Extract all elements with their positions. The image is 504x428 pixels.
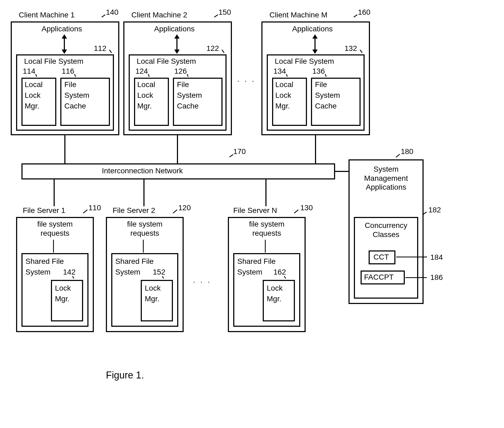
clientm-fsc-ref: 136 (312, 67, 325, 76)
leader-line (214, 14, 218, 18)
clientm-fsc-l1: File (315, 80, 327, 89)
network-ref: 170 (233, 147, 246, 156)
sysmgmt-title-l3: Applications (366, 183, 406, 191)
client2-fsc-l2: System (177, 91, 202, 100)
client2-fsc-l1: File (177, 80, 189, 89)
leader-line (354, 14, 358, 18)
client1-fsc-l2: System (64, 91, 89, 100)
client1-fsc-l1: File (64, 80, 76, 89)
servern-sfs-l2: System (237, 268, 262, 276)
server2-lock-ref: 152 (153, 268, 165, 276)
connector (53, 240, 54, 253)
client2-lfs-ref: 122 (206, 44, 219, 53)
client1-llm-ref: 114 (23, 67, 35, 76)
ellipsis-servers: . . . (193, 276, 212, 284)
sysmgmt-faccpt-label: FACCPT (364, 273, 394, 281)
server1-lock-l1: Lock (55, 284, 71, 292)
servern-fsr-l1: file system (249, 220, 284, 228)
server2-fsr-l2: requests (130, 229, 159, 237)
leader-line (396, 257, 427, 257)
clientm-apps: Applications (292, 25, 333, 33)
connector (315, 135, 316, 163)
leader-line (396, 154, 400, 158)
leader-line (173, 209, 177, 213)
server2-fsr-l1: file system (127, 220, 162, 228)
servern-ref: 130 (300, 204, 313, 212)
leader-line (102, 14, 106, 18)
client1-fsc-l3: Cache (64, 102, 86, 110)
clientm-llm-l2: Lock (275, 91, 291, 100)
client2-lfs-label: Local File System (137, 57, 196, 66)
clientm-llm-l3: Mgr. (275, 102, 290, 110)
server2-lock-l2: Mgr. (145, 295, 159, 303)
client1-lfs-ref: 112 (94, 44, 106, 53)
client1-ref: 140 (106, 8, 118, 17)
clientm-ref: 160 (358, 8, 370, 17)
diagram-canvas: Client Machine 1 140 Applications 112 Lo… (0, 0, 504, 428)
network-label: Interconnection Network (102, 167, 183, 175)
connector (143, 240, 144, 253)
connector (177, 135, 178, 163)
client2-llm-l2: Lock (137, 91, 153, 100)
server2-ref: 120 (178, 204, 191, 212)
server1-fsr-l1: file system (37, 220, 73, 228)
servern-lock-ref: 162 (273, 268, 286, 276)
sysmgmt-cc-l1: Concurrency (365, 221, 407, 230)
server2-fsr: file system requests (113, 220, 177, 238)
sysmgmt-cc-l2: Classes (373, 230, 399, 239)
client1-title: Client Machine 1 (19, 11, 75, 19)
arrow-shaft (64, 37, 65, 50)
servern-title: File Server N (233, 206, 277, 215)
arrow-down (62, 50, 67, 54)
servern-fsr: file system requests (235, 220, 299, 238)
client1-fsc-ref: 116 (62, 67, 74, 76)
server2-sfs-l1: Shared File (115, 257, 154, 266)
clientm-fsc-l3: Cache (315, 102, 337, 110)
client1-llm-l1: Local (25, 80, 43, 89)
connector (54, 179, 55, 206)
connector (335, 171, 349, 172)
clientm-lfs-ref: 132 (344, 44, 357, 53)
leader-line (405, 277, 427, 278)
leader-line (229, 154, 234, 157)
sysmgmt-cct-label: CCT (373, 253, 389, 261)
client2-fsc-l3: Cache (177, 102, 199, 110)
client1-lfs-label: Local File System (24, 57, 83, 66)
connector (143, 179, 144, 206)
server2-sfs-l2: System (115, 268, 140, 276)
clientm-llm-ref: 134 (273, 67, 286, 76)
leader-line (83, 209, 87, 213)
server1-ref: 110 (88, 204, 101, 212)
server2-lock-l1: Lock (145, 284, 161, 292)
sysmgmt-ref: 180 (401, 147, 413, 156)
figure-caption: Figure 1. (106, 370, 144, 381)
client1-llm-l3: Mgr. (25, 102, 39, 110)
leader-line (294, 209, 298, 213)
server2-title: File Server 2 (113, 206, 155, 215)
clientm-title: Client Machine M (269, 11, 327, 19)
sysmgmt-cc-title: Concurrency Classes (354, 221, 418, 239)
clientm-llm-l1: Local (275, 80, 293, 89)
server1-title: File Server 1 (23, 206, 65, 215)
arrow-up (62, 34, 67, 39)
clientm-fsc-l2: System (315, 91, 340, 100)
servern-lock-l1: Lock (267, 284, 283, 292)
servern-sfs-l1: Shared File (237, 257, 276, 266)
client1-llm-l2: Lock (25, 91, 40, 100)
server1-sfs-l2: System (25, 268, 50, 276)
sysmgmt-title: System Management Applications (350, 165, 422, 192)
sysmgmt-faccpt-ref: 186 (430, 273, 443, 282)
client2-ref: 150 (218, 8, 231, 17)
sysmgmt-title-l2: Management (364, 174, 408, 182)
client1-apps: Applications (42, 25, 82, 33)
connector (265, 240, 266, 253)
arrow-shaft (314, 37, 316, 50)
connector (265, 179, 266, 206)
connector (64, 135, 65, 163)
client2-llm-l1: Local (137, 80, 155, 89)
client2-llm-ref: 124 (135, 67, 148, 76)
clientm-lfs-label: Local File System (275, 57, 334, 66)
sysmgmt-title-l1: System (373, 165, 398, 173)
arrow-up (174, 34, 180, 39)
arrow-down (174, 50, 180, 54)
